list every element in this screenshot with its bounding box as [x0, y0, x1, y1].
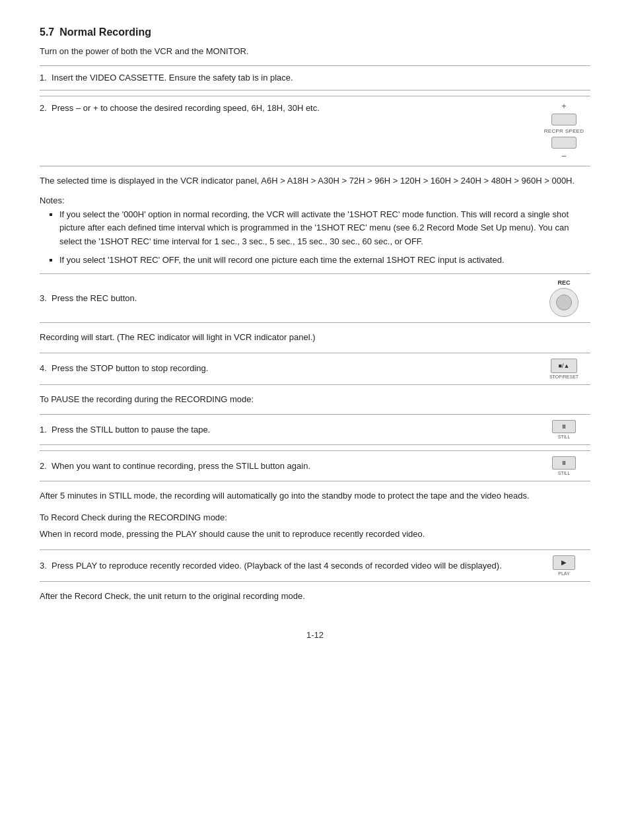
step-1-text: 1. Insert the VIDEO CASSETTE. Ensure the… — [40, 71, 538, 85]
rec-button[interactable] — [549, 288, 578, 317]
still-button-1[interactable]: II — [552, 420, 576, 433]
page-number: 1-12 — [40, 630, 590, 640]
step-5-text: 1. Press the STILL button to pause the t… — [40, 423, 538, 437]
record-check-info: When in record mode, pressing the PLAY s… — [40, 528, 590, 542]
after-record-check-text: After the Record Check, the unit return … — [40, 590, 590, 604]
step-3-number: 3. — [40, 293, 47, 303]
section-subtitle: Turn on the power of both the VCR and th… — [40, 46, 590, 56]
note-2: If you select '1SHOT REC' OFF, the unit … — [59, 254, 590, 267]
step-4-content: Press the STOP button to stop recording. — [52, 363, 208, 373]
step-4-number: 4. — [40, 363, 47, 373]
step-3-content: Press the REC button. — [52, 293, 137, 303]
stop-label: STOP/RESET — [549, 374, 578, 379]
still-label-1: STILL — [558, 435, 571, 439]
minus-sign: – — [562, 151, 567, 160]
plus-sign: + — [561, 102, 566, 111]
still-button-1-icon: II STILL — [538, 420, 590, 439]
step-3-row: 3. Press the REC button. REC — [40, 273, 590, 323]
step-2-row: 2. Press – or + to choose the desired re… — [40, 96, 590, 166]
still-symbol-2: II — [562, 460, 565, 466]
step-6-number: 2. — [40, 461, 47, 471]
step-7-text: 3. Press PLAY to reproduce recently reco… — [40, 559, 538, 573]
step-7-row: 3. Press PLAY to reproduce recently reco… — [40, 549, 590, 582]
step-5-number: 1. — [40, 425, 47, 435]
still-label-2: STILL — [558, 471, 571, 475]
step-4-text: 4. Press the STOP button to stop recordi… — [40, 362, 538, 375]
section-number: 5.7 — [40, 26, 54, 38]
step-5-row: 1. Press the STILL button to pause the t… — [40, 414, 590, 445]
step-2-content: Press – or + to choose the desired recor… — [52, 103, 320, 113]
notes-list: If you select the '000H' option in norma… — [59, 208, 590, 267]
speed-button-icon: + RECPR SPEED – — [538, 102, 590, 160]
step-7-content: Press PLAY to reproduce recently recorde… — [52, 561, 502, 571]
play-label: PLAY — [558, 571, 569, 576]
step-3-text: 3. Press the REC button. — [40, 292, 538, 305]
notes-label: Notes: — [40, 195, 590, 205]
play-button[interactable]: ▶ — [553, 555, 575, 570]
stop-symbol: ■/▲ — [559, 363, 570, 369]
step-6-content: When you want to continue recording, pre… — [52, 461, 310, 471]
recording-start-text: Recording will start. (The REC indicator… — [40, 331, 590, 345]
rec-button-icon: REC — [538, 279, 590, 317]
still-info-text: After 5 minutes in STILL mode, the recor… — [40, 489, 590, 503]
still-button-2[interactable]: II — [552, 456, 576, 470]
speed-minus-button[interactable] — [551, 137, 577, 149]
step-1-row: 1. Insert the VIDEO CASSETTE. Ensure the… — [40, 65, 590, 90]
step-4-row: 4. Press the STOP button to stop recordi… — [40, 353, 590, 385]
step-5-content: Press the STILL button to pause the tape… — [52, 425, 210, 435]
still-symbol-1: II — [562, 423, 565, 430]
play-button-icon: ▶ PLAY — [538, 555, 590, 576]
stop-button-icon: ■/▲ STOP/RESET — [538, 359, 590, 379]
speed-plus-button[interactable] — [551, 114, 577, 125]
play-symbol: ▶ — [561, 559, 567, 566]
speed-info-text: The selected time is displayed in the VC… — [40, 174, 590, 188]
step-2-number: 2. — [40, 103, 47, 113]
recpr-speed-label: RECPR SPEED — [544, 128, 584, 134]
step-6-row: 2. When you want to continue recording, … — [40, 450, 590, 481]
step-1-number: 1. — [40, 73, 47, 83]
note-1: If you select the '000H' option in norma… — [59, 208, 590, 248]
step-2-text: 2. Press – or + to choose the desired re… — [40, 102, 538, 115]
rec-button-inner — [556, 295, 572, 310]
record-check-heading: To Record Check during the RECORDING mod… — [40, 511, 590, 525]
still-button-2-icon: II STILL — [538, 456, 590, 475]
pause-heading-text: To PAUSE the recording during the RECORD… — [40, 393, 590, 407]
step-6-text: 2. When you want to continue recording, … — [40, 460, 538, 473]
section-title: Normal Recording — [59, 26, 151, 38]
stop-button[interactable]: ■/▲ — [551, 359, 577, 373]
step-1-content: Insert the VIDEO CASSETTE. Ensure the sa… — [52, 73, 293, 83]
step-7-number: 3. — [40, 561, 47, 571]
rec-label: REC — [557, 279, 570, 286]
